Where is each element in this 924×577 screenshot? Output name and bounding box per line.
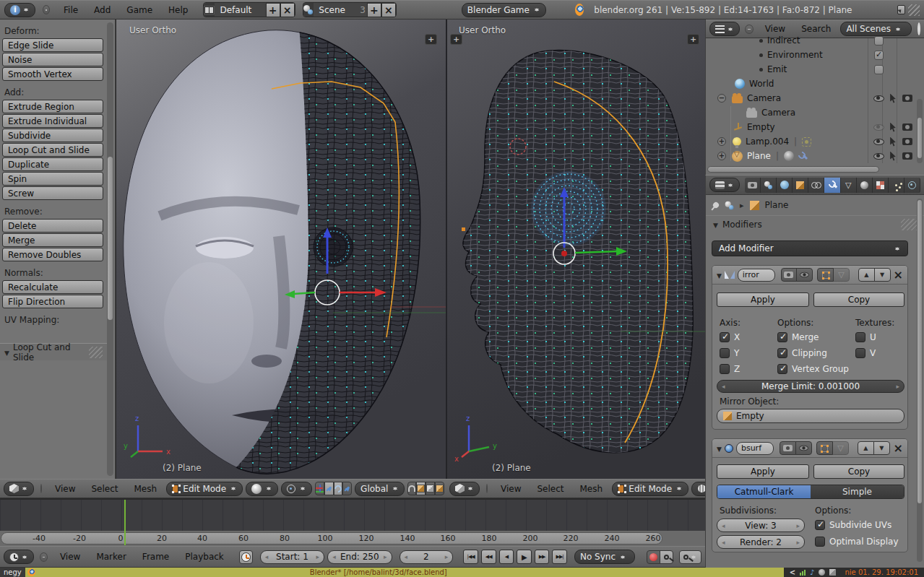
- selectability-toggle[interactable]: [886, 121, 899, 134]
- delete-modifier-button[interactable]: [894, 441, 903, 455]
- visibility-toggle[interactable]: [872, 149, 885, 162]
- copy-button[interactable]: Copy: [813, 464, 904, 479]
- transform-orientation-dropdown[interactable]: Global: [355, 482, 405, 496]
- auto-keyframe-record-button[interactable]: [647, 550, 660, 564]
- outliner-row-camera[interactable]: Camera: [706, 91, 915, 105]
- menu-select[interactable]: Select: [530, 484, 570, 494]
- menu-playback[interactable]: Playback: [178, 552, 230, 562]
- breadcrumb-object[interactable]: Plane: [765, 200, 789, 210]
- render-visibility-toggle[interactable]: [781, 268, 798, 282]
- collapse-menus-icon[interactable]: [43, 5, 50, 14]
- timeline-track-area[interactable]: [0, 498, 705, 531]
- editor-type-properties-dropdown[interactable]: [709, 178, 740, 192]
- menu-game[interactable]: Game: [120, 5, 159, 15]
- editor-type-info-dropdown[interactable]: [4, 3, 35, 17]
- menu-view[interactable]: View: [494, 484, 527, 494]
- outliner-row-empty[interactable]: Empty: [706, 120, 915, 134]
- previous-keyframe-button[interactable]: ◀◀: [481, 550, 496, 564]
- simple-button[interactable]: Simple: [811, 485, 904, 498]
- texture-u-checkbox[interactable]: U: [855, 332, 876, 342]
- current-frame-field[interactable]: 2: [400, 550, 454, 564]
- subdivide-uvs-checkbox[interactable]: Subdivide UVs: [815, 520, 891, 530]
- axis-z-checkbox[interactable]: Z: [720, 364, 740, 374]
- tab-constraints[interactable]: [808, 178, 824, 193]
- render-subdivisions-stepper[interactable]: Render: 2: [717, 535, 805, 549]
- renderability-toggle[interactable]: [901, 149, 914, 162]
- scale-manipulator-button[interactable]: [342, 482, 352, 495]
- tool-loop-cut[interactable]: Loop Cut and Slide: [2, 143, 103, 157]
- keying-set-dropdown[interactable]: [679, 550, 701, 564]
- delete-layout-button[interactable]: [280, 3, 295, 17]
- tab-material[interactable]: [857, 178, 873, 193]
- properties-scrollbar[interactable]: [917, 199, 923, 562]
- collapse-icon[interactable]: [717, 270, 722, 280]
- tab-physics[interactable]: [904, 178, 920, 193]
- renderability-toggle[interactable]: [901, 121, 914, 134]
- render-engine-dropdown[interactable]: Blender Game: [462, 3, 546, 17]
- visibility-toggle[interactable]: [872, 121, 885, 134]
- tool-subdivide[interactable]: Subdivide: [2, 129, 103, 142]
- network-signal-icon[interactable]: [800, 570, 806, 576]
- outliner-row-environment[interactable]: Environment: [706, 48, 915, 62]
- modifier-name-field[interactable]: bsurf: [736, 442, 774, 455]
- outliner-row-emit[interactable]: Emit: [706, 62, 915, 77]
- snap-toggle-button[interactable]: [407, 482, 416, 495]
- screen-layout-icon[interactable]: [204, 3, 215, 17]
- menu-marker[interactable]: Marker: [90, 552, 132, 562]
- viewport-shading-dropdown[interactable]: [246, 482, 278, 496]
- renderability-toggle[interactable]: [901, 92, 914, 105]
- tab-render[interactable]: [745, 178, 761, 193]
- optimal-display-checkbox[interactable]: Optimal Display: [815, 537, 899, 547]
- selectability-toggle[interactable]: [886, 135, 899, 148]
- view-subdivisions-stepper[interactable]: View: 3: [717, 519, 805, 532]
- outliner-hscrollbar[interactable]: [707, 166, 879, 173]
- snap-target-button[interactable]: [435, 482, 444, 495]
- jump-to-end-button[interactable]: ▶▶|: [552, 550, 567, 564]
- blender-task-icon[interactable]: [27, 568, 35, 576]
- scene-icon[interactable]: [303, 3, 314, 17]
- menu-frame[interactable]: Frame: [136, 552, 176, 562]
- viewport-visibility-toggle[interactable]: [795, 441, 812, 455]
- expand-region-button[interactable]: [425, 34, 437, 45]
- catmull-clark-button[interactable]: Catmull-Clark: [717, 485, 811, 498]
- outliner-vscrollbar[interactable]: [917, 99, 923, 163]
- scene-value[interactable]: Scene: [314, 3, 360, 17]
- move-modifier-down-button[interactable]: ▼: [874, 268, 891, 282]
- menu-add[interactable]: Add: [87, 5, 117, 15]
- outliner-row-camera-data[interactable]: Camera: [706, 105, 915, 120]
- frame-start-stepper[interactable]: Start: 1: [260, 550, 324, 564]
- tab-object[interactable]: [793, 178, 808, 193]
- viewport-visibility-toggle[interactable]: [796, 268, 813, 282]
- viewport-left-canvas[interactable]: z x y User Ortho (2) Plane: [116, 19, 446, 479]
- collapse-icon[interactable]: [717, 443, 722, 454]
- add-layout-button[interactable]: [266, 3, 280, 17]
- play-reverse-button[interactable]: ◀: [499, 550, 514, 564]
- play-button[interactable]: ▶: [517, 550, 532, 564]
- render-visibility-toggle[interactable]: [780, 441, 796, 455]
- add-modifier-dropdown[interactable]: Add Modifier: [712, 240, 908, 256]
- outliner-row-plane[interactable]: Plane |: [706, 149, 915, 163]
- tool-flip-direction[interactable]: Flip Direction: [2, 295, 103, 308]
- window-duplicate-icon[interactable]: [897, 5, 905, 14]
- add-scene-button[interactable]: [367, 3, 381, 17]
- apply-button[interactable]: Apply: [717, 464, 809, 479]
- tool-merge[interactable]: Merge: [2, 233, 103, 247]
- layer-checkbox[interactable]: [872, 34, 885, 47]
- tray-app-icon[interactable]: [819, 569, 825, 576]
- cage-display-toggle[interactable]: [833, 268, 850, 282]
- cage-display-toggle[interactable]: [832, 441, 849, 455]
- menu-mesh[interactable]: Mesh: [128, 484, 164, 494]
- snap-element-button[interactable]: [426, 482, 435, 495]
- modifiers-panel-header[interactable]: Modifiers: [706, 215, 924, 233]
- merge-checkbox[interactable]: Merge: [777, 332, 819, 342]
- keying-icon-button[interactable]: [660, 550, 673, 564]
- tab-particles[interactable]: [889, 178, 904, 193]
- menu-view[interactable]: View: [759, 24, 792, 34]
- collapse-menus-icon[interactable]: [40, 484, 42, 493]
- tool-duplicate[interactable]: Duplicate: [2, 157, 103, 171]
- tool-edge-slide[interactable]: Edge Slide: [2, 38, 103, 52]
- menu-help[interactable]: Help: [162, 5, 194, 15]
- visibility-toggle[interactable]: [872, 135, 885, 148]
- copy-button[interactable]: Copy: [813, 292, 904, 307]
- tool-noise[interactable]: Noise: [2, 53, 103, 66]
